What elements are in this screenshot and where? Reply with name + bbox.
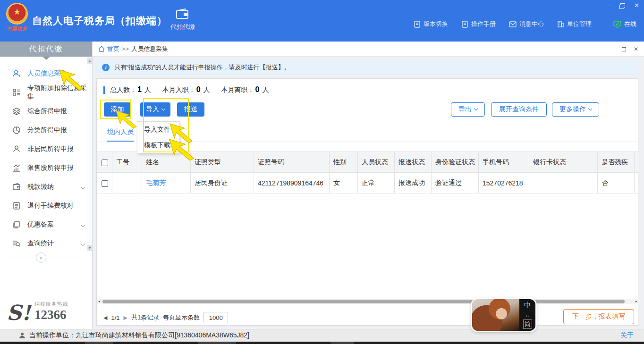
sidebar-item-tax-payment[interactable]: 税款缴纳	[0, 177, 92, 196]
sidebar-item-label: 限售股所得申报	[27, 164, 74, 172]
hotline-logo: S!	[7, 303, 31, 322]
hotline-label: 纳税服务热线	[34, 301, 68, 308]
scroll-right-arrow[interactable]: ▸	[634, 299, 639, 304]
sidebar-collapse-button[interactable]: «	[36, 252, 46, 263]
cell-phone: 15270276218	[479, 173, 529, 193]
export-button[interactable]: 导出	[451, 102, 485, 117]
pagination: ◀ 1/1 ▶ 共1条记录 每页显示条数	[103, 312, 228, 323]
sidebar-menu: 人员信息采集 专项附加扣除信息采集 综合所得申报 分类所得申报 非居民所得申报 …	[0, 57, 92, 253]
sidebar-item-label: 人员信息采集	[27, 69, 67, 78]
dropdown-item-import-file[interactable]: 导入文件	[137, 122, 179, 137]
sidebar-item-comprehensive-income[interactable]: 综合所得申报	[0, 102, 92, 121]
prev-page-arrow[interactable]: ◀	[103, 315, 107, 321]
select-all-checkbox[interactable]	[102, 159, 108, 166]
sidebar-item-label: 综合所得申报	[27, 107, 67, 116]
breadcrumb: 首页 >> 人员信息采集 ✕	[93, 42, 644, 57]
submit-button[interactable]: 报送	[177, 102, 204, 117]
close-button[interactable]: ✕	[634, 2, 639, 9]
sidebar-item-special-deduction[interactable]: 专项附加扣除信息采集	[0, 83, 92, 102]
main-content: 首页 >> 人员信息采集 ✕ i 只有“报送成功”的人员才能进行申报操作，请及时…	[93, 42, 644, 329]
ime-panel[interactable]: 中 ｡, 简	[472, 299, 535, 331]
stat-value: 1	[137, 85, 142, 93]
col-person-status: 人员状态	[358, 152, 395, 173]
menu-message-center[interactable]: 消息中心	[509, 20, 544, 28]
row-checkbox[interactable]	[102, 180, 108, 187]
sidebar-item-query-statistics[interactable]: 查询统计	[0, 234, 92, 253]
per-page-input[interactable]	[203, 312, 228, 323]
manual-icon	[461, 21, 468, 28]
chevron-down-icon	[474, 107, 478, 110]
cell-id-number: 421127198909164746	[254, 173, 330, 193]
scrollbar-thumb[interactable]	[102, 300, 625, 303]
scroll-up-arrow[interactable]: ▲	[87, 58, 92, 64]
scroll-left-arrow[interactable]: ◂	[97, 299, 102, 304]
table-row: 毛菊芳 居民身份证 421127198909164746 女 正常 报送成功 验…	[97, 173, 639, 193]
tab-domestic-personnel[interactable]: 境内人员	[107, 128, 134, 142]
restore-button[interactable]	[619, 3, 625, 8]
window-controls: – ✕	[607, 2, 639, 9]
next-step-button[interactable]: 下一步，报表填写	[563, 309, 634, 324]
sidebar-item-label: 退付手续费核对	[27, 201, 74, 210]
info-banner: i 只有“报送成功”的人员才能进行申报操作，请及时进行【报送】。	[96, 60, 638, 75]
wallet-icon	[176, 8, 190, 20]
ime-simplified-char: 简	[523, 319, 532, 329]
col-id-type: 证照类型	[191, 152, 254, 173]
sidebar-scrollbar[interactable]: ▲ ▼	[87, 58, 92, 251]
menu-manual[interactable]: 操作手册	[461, 20, 496, 28]
chevron-down-icon	[161, 107, 165, 110]
app-window: ★ 中国税务 自然人电子税务局（扣缴端） 代扣代缴 版本切换 操作手册	[0, 0, 644, 344]
import-label: 导入	[146, 105, 159, 113]
menu-unit-management[interactable]: 单位管理	[557, 20, 592, 28]
sidebar-item-personnel-info[interactable]: 人员信息采集	[0, 64, 92, 83]
cell-submit-status: 报送成功	[395, 173, 432, 193]
building-icon	[557, 21, 564, 27]
panel-restore-icon[interactable]	[622, 47, 626, 51]
horizontal-scrollbar[interactable]: ◂ ▸	[97, 299, 639, 304]
copy-files-icon	[12, 220, 21, 229]
chevron-down-icon	[81, 185, 85, 189]
minimize-button[interactable]: –	[607, 2, 610, 9]
col-submit-status: 报送状态	[395, 152, 432, 173]
sidebar-item-classified-income[interactable]: 分类所得申报	[0, 121, 92, 140]
col-partial: 是	[635, 152, 639, 173]
add-button[interactable]: 添加	[104, 102, 131, 117]
stat-unit: 人	[262, 86, 269, 93]
envelope-icon	[509, 21, 517, 27]
breadcrumb-home-label: 首页	[107, 45, 119, 53]
col-verify-status: 身份验证状态	[432, 152, 479, 173]
export-label: 导出	[458, 105, 472, 113]
dropdown-item-template-download[interactable]: 模板下载	[137, 137, 179, 153]
search-list-icon	[12, 239, 21, 248]
sidebar-item-nonresident-income[interactable]: 非居民所得申报	[0, 140, 92, 159]
header-tab-withholding[interactable]: 代扣代缴	[166, 8, 199, 31]
sidebar-item-preference-filing[interactable]: 优惠备案	[0, 215, 92, 234]
next-page-arrow[interactable]: ▶	[124, 315, 127, 321]
ime-lang-char: 中	[524, 301, 531, 310]
menu-version-switch[interactable]: 版本切换	[414, 20, 448, 28]
cell-name-link[interactable]: 毛菊芳	[146, 179, 166, 186]
more-actions-button[interactable]: 更多操作	[552, 102, 599, 117]
table-header-row: 工号 姓名 证照类型 证照号码 性别 人员状态 报送状态 身份验证状态 手机号码…	[97, 152, 639, 173]
about-link[interactable]: 关于	[620, 331, 634, 340]
sidebar: 代扣代缴 人员信息采集 专项附加扣除信息采集 综合所得申报 分类所得申报 非居民…	[0, 42, 93, 329]
import-button[interactable]: 导入	[140, 102, 170, 117]
ime-status: 中 ｡, 简	[519, 299, 535, 331]
panel-close-icon[interactable]: ✕	[634, 46, 638, 52]
taskbar-strip	[0, 342, 644, 344]
info-icon: i	[102, 64, 110, 71]
user-icon	[19, 332, 25, 339]
status-bar: 当前操作单位：九江市琦尚建筑材料销售有限公司[91360406MA38W65J8…	[0, 329, 644, 342]
online-status[interactable]: 在线	[613, 20, 636, 28]
scroll-down-arrow[interactable]: ▼	[87, 245, 92, 251]
sidebar-item-restricted-shares[interactable]: 限售股所得申报	[0, 159, 92, 177]
star-icon: ★	[7, 8, 27, 16]
stat-label: 总人数：	[110, 86, 136, 93]
chevron-down-icon	[588, 107, 592, 110]
stat-label: 本月离职：	[221, 86, 254, 93]
toolbar: 添加 导入 报送 导出 展开查询条件 更多操作	[97, 102, 638, 117]
stat-unit: 人	[203, 86, 210, 93]
breadcrumb-home[interactable]: 首页	[98, 45, 119, 53]
expand-query-button[interactable]: 展开查询条件	[491, 102, 547, 117]
import-dropdown-menu: 导入文件 模板下载	[137, 121, 180, 153]
sidebar-item-refund-fee-check[interactable]: 退付手续费核对	[0, 196, 92, 215]
